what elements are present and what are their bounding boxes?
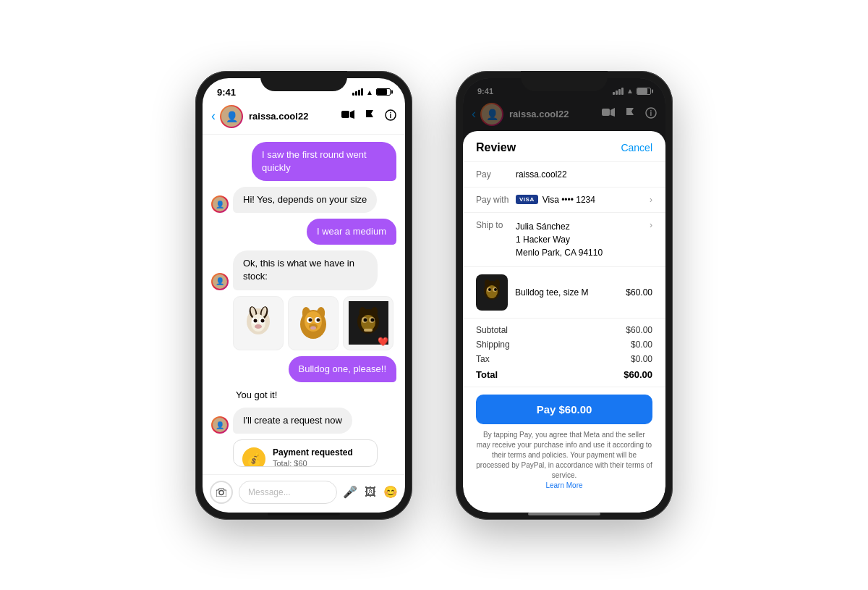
mic-icon[interactable]: 🎤 — [343, 485, 357, 499]
message-row-3: I wear a medium — [211, 219, 396, 245]
back-button-left[interactable]: ‹ — [211, 109, 216, 124]
video-icon-left[interactable] — [341, 109, 354, 124]
payment-title: Payment requested — [273, 447, 368, 458]
message-row-6: You got it! — [211, 388, 396, 402]
product-collie[interactable] — [233, 296, 284, 350]
pay-to-value: raissa.cool22 — [516, 169, 652, 180]
message-row-4: 👤 Ok, this is what we have in stock: — [211, 250, 396, 290]
status-icons-left: ▲ — [352, 88, 391, 96]
message-bubble-2: Hi! Yes, depends on your size — [233, 187, 377, 213]
heart-icon: ❤️ — [378, 337, 388, 347]
svg-point-38 — [219, 490, 224, 494]
payment-info: Payment requested Total: $60 Bulldog tee… — [273, 447, 368, 467]
header-icons-left: i — [341, 109, 396, 124]
username-left: raissa.cool22 — [249, 111, 341, 122]
flag-icon-left[interactable] — [365, 109, 375, 124]
product-golden[interactable] — [288, 296, 339, 350]
message-bubble-1: I saw the first round went quickly — [252, 142, 396, 181]
shipping-label: Shipping — [476, 340, 510, 350]
payment-icon: 💰 — [242, 447, 265, 467]
home-indicator-left — [268, 513, 340, 515]
message-bubble-5: Bulldog one, please!! — [289, 356, 396, 382]
svg-text:i: i — [390, 111, 392, 119]
review-title: Review — [476, 141, 516, 154]
right-phone: 9:41 ▲ ‹ 👤 — [456, 71, 673, 520]
messages-area-left: I saw the first round went quickly 👤 Hi!… — [203, 135, 405, 474]
pay-with-label: Pay with — [476, 195, 516, 205]
msg-avatar-7: 👤 — [211, 416, 229, 434]
right-phone-screen: 9:41 ▲ ‹ 👤 — [463, 78, 665, 513]
ship-city: Menlo Park, CA 94110 — [516, 246, 650, 259]
svg-point-15 — [255, 324, 262, 329]
learn-more-link[interactable]: Learn More — [545, 481, 582, 489]
totals-section: Subtotal $60.00 Shipping $0.00 Tax $0.00… — [463, 319, 665, 387]
message-text-7: I'll create a request now — [233, 408, 352, 434]
notch — [260, 71, 347, 91]
tax-label: Tax — [476, 354, 490, 364]
subtotal-value: $60.00 — [626, 325, 652, 335]
notch-right — [521, 71, 608, 91]
message-text-6: You got it! — [233, 388, 280, 402]
chat-header-left: ‹ 👤 raissa.cool22 i — [203, 101, 405, 135]
gallery-icon[interactable]: 🖼 — [365, 486, 376, 499]
battery-icon-left — [376, 88, 391, 96]
address-block: Julia Sánchez 1 Hacker Way Menlo Park, C… — [516, 220, 650, 259]
camera-button[interactable] — [210, 481, 233, 504]
wifi-icon-left: ▲ — [366, 88, 373, 96]
pay-label: Pay — [476, 169, 516, 180]
svg-rect-0 — [341, 111, 349, 118]
status-time-left: 9:41 — [217, 87, 236, 98]
product-review-row: Bulldog tee, size M $60.00 — [463, 267, 665, 319]
sticker-icon[interactable]: 😊 — [383, 485, 398, 499]
tax-row: Tax $0.00 — [476, 352, 652, 366]
left-phone-screen: 9:41 ▲ ‹ 👤 raissa.cool22 — [203, 78, 405, 513]
product-review-price: $60.00 — [626, 287, 652, 298]
subtotal-row: Subtotal $60.00 — [476, 323, 652, 337]
chevron-right-payment: › — [650, 195, 652, 205]
review-pay-row: Pay raissa.cool22 — [463, 162, 665, 187]
svg-point-24 — [316, 319, 320, 322]
signal-icon-left — [352, 88, 363, 96]
message-bubble-3: I wear a medium — [307, 219, 396, 245]
payment-card-body: 💰 Payment requested Total: $60 Bulldog t… — [234, 440, 377, 467]
svg-point-51 — [494, 288, 497, 291]
msg-avatar-4: 👤 — [211, 273, 229, 290]
review-sheet: Review Cancel Pay raissa.cool22 Pay with… — [463, 131, 665, 513]
payment-method-value: Visa •••• 1234 — [542, 195, 650, 205]
message-row-2: 👤 Hi! Yes, depends on your size — [211, 187, 396, 213]
terms-text: By tapping Pay, you agree that Meta and … — [463, 430, 665, 491]
message-input-bar: Message... 🎤 🖼 😊 — [203, 474, 405, 513]
input-icons: 🎤 🖼 😊 — [343, 485, 398, 499]
grand-total-label: Total — [476, 369, 498, 380]
message-row-1: I saw the first round went quickly — [211, 142, 396, 181]
subtotal-label: Subtotal — [476, 325, 508, 335]
review-paywith-row[interactable]: Pay with VISA Visa •••• 1234 › — [463, 187, 665, 213]
svg-marker-1 — [350, 110, 354, 119]
message-placeholder: Message... — [248, 487, 291, 497]
svg-point-13 — [253, 319, 257, 323]
svg-point-14 — [260, 319, 264, 323]
shipping-row: Shipping $0.00 — [476, 337, 652, 352]
grand-total-value: $60.00 — [624, 369, 652, 380]
review-header: Review Cancel — [463, 131, 665, 162]
svg-point-35 — [370, 319, 374, 322]
svg-point-26 — [310, 326, 316, 330]
product-review-name: Bulldog tee, size M — [515, 287, 618, 298]
products-row: ❤️ — [233, 296, 396, 350]
pay-now-button[interactable]: Pay $60.00 — [476, 395, 652, 424]
avatar-left: 👤 — [220, 105, 243, 128]
message-input[interactable]: Message... — [239, 481, 337, 504]
review-shipto-row[interactable]: Ship to Julia Sánchez 1 Hacker Way Menlo… — [463, 213, 665, 267]
info-icon-left[interactable]: i — [385, 109, 396, 124]
home-indicator-right — [528, 513, 600, 515]
product-rottweiler[interactable]: ❤️ — [343, 296, 393, 350]
grand-total-row: Total $60.00 — [476, 366, 652, 382]
ship-to-label: Ship to — [476, 220, 516, 230]
tax-value: $0.00 — [631, 354, 652, 364]
terms-content: By tapping Pay, you agree that Meta and … — [476, 431, 652, 479]
svg-point-23 — [308, 319, 312, 322]
ship-name: Julia Sánchez — [516, 220, 650, 233]
svg-point-34 — [363, 319, 367, 322]
svg-point-52 — [488, 294, 495, 298]
cancel-button[interactable]: Cancel — [621, 142, 652, 153]
